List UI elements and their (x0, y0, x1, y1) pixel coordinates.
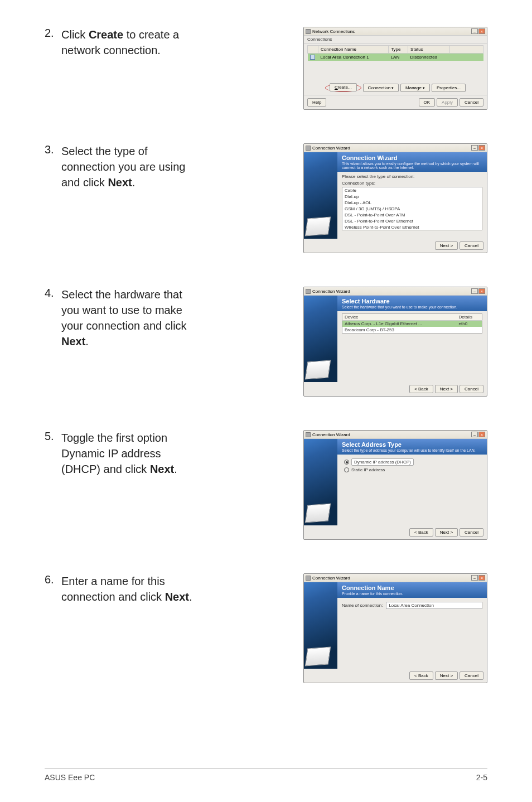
back-button[interactable]: < Back (409, 528, 433, 537)
connection-type-listbox[interactable]: CableDial-upDial-up - AOLGSM / 3G (UMTS)… (342, 187, 482, 230)
page-footer: ASUS Eee PC 2-5 (45, 768, 487, 782)
wizard-sidebar-image (304, 296, 337, 382)
window-icon (306, 146, 311, 151)
step-3: 3. Select the type of connection you are… (45, 143, 487, 253)
back-button[interactable]: < Back (409, 385, 433, 393)
wizard-header: Connection Wizard This wizard allows you… (337, 152, 487, 172)
footer-product: ASUS Eee PC (45, 773, 95, 782)
text-a: Click (61, 28, 89, 41)
next-button[interactable]: Next > (435, 671, 458, 680)
list-item[interactable]: Dial-up (342, 194, 482, 200)
menu-connections[interactable]: Connections (304, 36, 487, 44)
titlebar: Connection Wizard –× (304, 574, 487, 582)
back-button[interactable]: < Back (409, 671, 433, 680)
close-icon[interactable]: × (478, 288, 485, 294)
cancel-button[interactable]: Cancel (460, 241, 483, 250)
next-button[interactable]: Next > (435, 385, 458, 393)
window-icon (306, 432, 311, 437)
window-icon (306, 289, 311, 294)
radio-icon (344, 460, 349, 465)
close-icon[interactable]: × (478, 145, 485, 151)
wizard-buttons: < Back Next > Cancel (304, 669, 487, 683)
table-row[interactable]: Broadcom Corp - BT-253 (342, 327, 482, 334)
cancel-button[interactable]: Cancel (460, 98, 483, 107)
static-label: Static IP address (351, 467, 385, 472)
wizard-header: Select Address Type Select the type of a… (337, 439, 487, 455)
help-button[interactable]: Help (307, 98, 326, 107)
connection-type-label: Connection type: (342, 181, 482, 186)
window-icon (306, 29, 311, 34)
dhcp-label: Dynamic IP address (DHCP) (351, 458, 414, 466)
cell-type: LAN (389, 54, 408, 61)
text-bold: Next (165, 591, 189, 603)
minimize-icon[interactable]: – (471, 432, 478, 437)
list-item[interactable]: DSL - Point-to-Point Over ATM (342, 212, 482, 218)
wizard-desc: Provide a name for this connection. (342, 592, 482, 596)
text-bold: Next (150, 463, 174, 475)
step-number: 2. (45, 27, 61, 40)
wizard-title: Select Hardware (342, 298, 482, 305)
wizard-buttons: Next > Cancel (304, 239, 487, 253)
name-input[interactable]: Local Area Connection (386, 602, 482, 609)
col-name: Connection Name (318, 46, 389, 54)
step-text: Select the hardware that you want to use… (61, 287, 206, 349)
list-item[interactable]: GSM / 3G (UMTS) / HSDPA (342, 206, 482, 212)
text-bold: Next (61, 335, 85, 347)
minimize-icon[interactable]: – (471, 575, 478, 581)
wizard-sidebar-image (304, 439, 337, 525)
properties-button[interactable]: Properties... (432, 84, 466, 92)
col-device: Device (342, 314, 457, 321)
list-item[interactable]: DSL - Point-to-Point Over Ethernet (342, 218, 482, 224)
radio-icon (344, 467, 349, 472)
wizard-desc: Select the type of address your computer… (342, 448, 482, 452)
step-text: Toggle the first option Dynamic IP addre… (61, 430, 206, 477)
text-b: . (132, 176, 136, 189)
ok-button[interactable]: OK (419, 98, 436, 107)
step-2: 2. Click Create to create a network conn… (45, 27, 487, 110)
minimize-icon[interactable]: – (471, 288, 478, 294)
window-icon (306, 576, 311, 581)
step-4: 4. Select the hardware that you want to … (45, 287, 487, 397)
wizard-title: Connection Name (342, 584, 482, 591)
connection-button[interactable]: Connection (363, 84, 399, 92)
wizard-header: Connection Name Provide a name for this … (337, 582, 487, 598)
minimize-icon[interactable]: – (471, 28, 478, 34)
list-item[interactable]: Wireless Point-to-Point Over Ethernet (342, 224, 482, 230)
next-button[interactable]: Next > (435, 528, 458, 537)
titlebar: Connection Wizard –× (304, 431, 487, 439)
step-6: 6. Enter a name for this connection and … (45, 573, 487, 683)
next-button[interactable]: Next > (435, 241, 458, 250)
prompt: Please select the type of connection: (342, 174, 482, 179)
list-item[interactable]: Dial-up - AOL (342, 200, 482, 206)
table-row[interactable]: Local Area Connection 1 LAN Disconnected (308, 54, 483, 61)
titlebar: Connection Wizard –× (304, 287, 487, 296)
wizard-sidebar-image (304, 582, 337, 669)
cancel-button[interactable]: Cancel (460, 385, 483, 393)
connection-wizard-address: Connection Wizard –× Select Address Type… (303, 430, 487, 540)
cell-status: Disconnected (408, 54, 450, 61)
text-bold: Next (108, 176, 132, 189)
manage-button[interactable]: Manage (400, 84, 430, 92)
minimize-icon[interactable]: – (471, 145, 478, 151)
close-icon[interactable]: × (478, 575, 485, 581)
name-label: Name of connection: (342, 603, 383, 608)
dhcp-radio[interactable]: Dynamic IP address (DHCP) (344, 458, 482, 466)
close-icon[interactable]: × (478, 28, 485, 34)
hardware-table[interactable]: DeviceDetails Atheros Corp. - L1e Gigabi… (342, 313, 482, 334)
cell-name: Local Area Connection 1 (318, 54, 389, 61)
close-icon[interactable]: × (478, 432, 485, 437)
connection-wizard-name: Connection Wizard –× Connection Name Pro… (303, 573, 487, 683)
text-a: Select the hardware that you want to use… (61, 288, 187, 332)
table-row[interactable]: Atheros Corp. - L1e Gigabit Ethernet ...… (342, 321, 482, 327)
cancel-button[interactable]: Cancel (460, 528, 483, 537)
apply-button: Apply (437, 98, 458, 107)
wizard-title: Select Address Type (342, 441, 482, 448)
static-radio[interactable]: Static IP address (344, 467, 482, 472)
list-item[interactable]: Cable (342, 187, 482, 194)
cancel-button[interactable]: Cancel (460, 671, 483, 680)
window-title: Connection Wizard (312, 289, 350, 294)
wizard-sidebar-image (304, 152, 337, 239)
create-button[interactable]: Create... (330, 83, 357, 91)
titlebar: Network Connections – × (304, 27, 487, 36)
step-text: Select the type of connection you are us… (61, 143, 206, 190)
